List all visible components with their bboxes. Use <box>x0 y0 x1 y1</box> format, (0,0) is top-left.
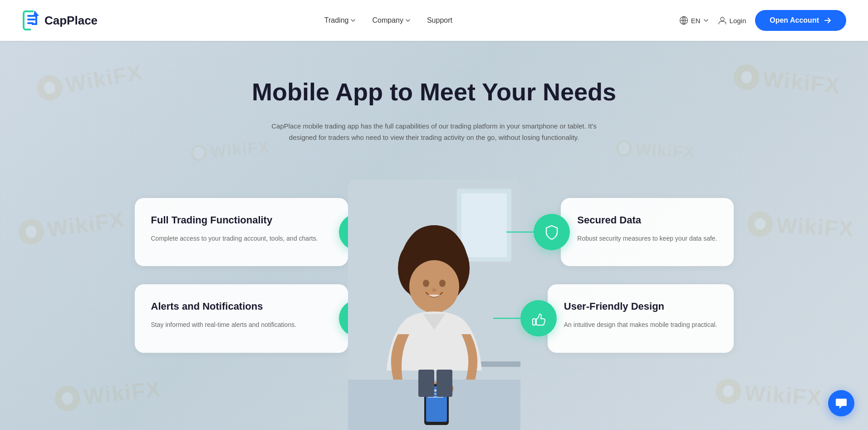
connector-line-3 <box>506 227 538 237</box>
open-account-button[interactable]: Open Account <box>755 10 846 31</box>
hero-section: WikiFX WikiFX WikiFX WikiFX WikiFX WikiF… <box>0 41 868 430</box>
shield-icon <box>543 223 560 241</box>
svg-point-38 <box>839 402 840 403</box>
nav-links: Trading Company Support <box>324 16 452 25</box>
nav-right: EN Login Open Account <box>679 10 846 31</box>
feature-desc-trading: Complete access to your trading account,… <box>151 233 332 243</box>
svg-rect-14 <box>461 193 507 257</box>
feature-icon-userfriendly <box>520 300 557 336</box>
hero-subtitle: CapPlace mobile trading app has the full… <box>262 120 607 143</box>
globe-icon <box>679 16 688 25</box>
feature-icon-secured <box>534 214 570 250</box>
connector-line-4 <box>493 314 525 323</box>
svg-rect-16 <box>475 361 520 367</box>
feature-title-userfriendly: User-Friendly Design <box>564 301 717 312</box>
feature-desc-alerts: Stay informed with real-time alerts and … <box>151 320 332 330</box>
feature-title-secured: Secured Data <box>577 214 717 226</box>
feature-card-secured: Secured Data Robust security measures to… <box>561 198 733 266</box>
svg-point-22 <box>409 260 459 313</box>
nav-trading[interactable]: Trading <box>324 16 356 25</box>
nav-support[interactable]: Support <box>427 16 452 25</box>
svg-point-23 <box>423 280 429 287</box>
center-column <box>348 171 520 430</box>
chevron-down-icon <box>703 18 709 23</box>
feature-card-alerts: Alerts and Notifications Stay informed w… <box>135 284 348 352</box>
navbar: CapPlace Trading Company Support EN <box>0 0 868 41</box>
features-right: Secured Data Robust security measures to… <box>520 171 734 353</box>
svg-rect-1 <box>27 19 35 20</box>
svg-rect-33 <box>418 370 434 397</box>
svg-point-39 <box>841 402 842 403</box>
svg-point-40 <box>843 402 844 403</box>
feature-card-trading: Full Trading Functionality Complete acce… <box>135 198 348 266</box>
hero-title: Mobile App to Meet Your Needs <box>9 77 859 107</box>
svg-point-7 <box>721 17 724 21</box>
person-image <box>348 180 520 430</box>
language-selector[interactable]: EN <box>679 16 709 25</box>
login-button[interactable]: Login <box>718 16 746 25</box>
svg-rect-34 <box>436 370 452 397</box>
chat-icon <box>835 397 848 410</box>
feature-title-alerts: Alerts and Notifications <box>151 301 332 312</box>
feature-desc-userfriendly: An intuitive design that makes mobile tr… <box>564 320 717 330</box>
thumbsup-icon <box>530 310 547 327</box>
svg-point-24 <box>439 280 446 287</box>
hero-content: Mobile App to Meet Your Needs CapPlace m… <box>0 41 868 143</box>
chevron-down-icon <box>350 18 356 23</box>
user-icon <box>718 16 727 25</box>
feature-desc-secured: Robust security measures to keep your da… <box>577 233 717 243</box>
live-chat-button[interactable] <box>828 390 854 416</box>
feature-title-trading: Full Trading Functionality <box>151 214 332 226</box>
capplace-logo-icon <box>22 9 41 32</box>
features-left: Full Trading Functionality Complete acce… <box>135 171 348 353</box>
logo-link[interactable]: CapPlace <box>22 9 98 32</box>
svg-rect-36 <box>533 319 535 325</box>
logo-text: CapPlace <box>44 14 98 28</box>
features-container: Full Trading Functionality Complete acce… <box>117 171 752 430</box>
person-illustration <box>348 180 520 430</box>
chevron-down-icon <box>405 18 411 23</box>
feature-card-userfriendly: User-Friendly Design An intuitive design… <box>548 284 734 352</box>
svg-point-25 <box>432 288 436 292</box>
arrow-right-icon <box>824 16 832 25</box>
nav-company[interactable]: Company <box>372 16 410 25</box>
